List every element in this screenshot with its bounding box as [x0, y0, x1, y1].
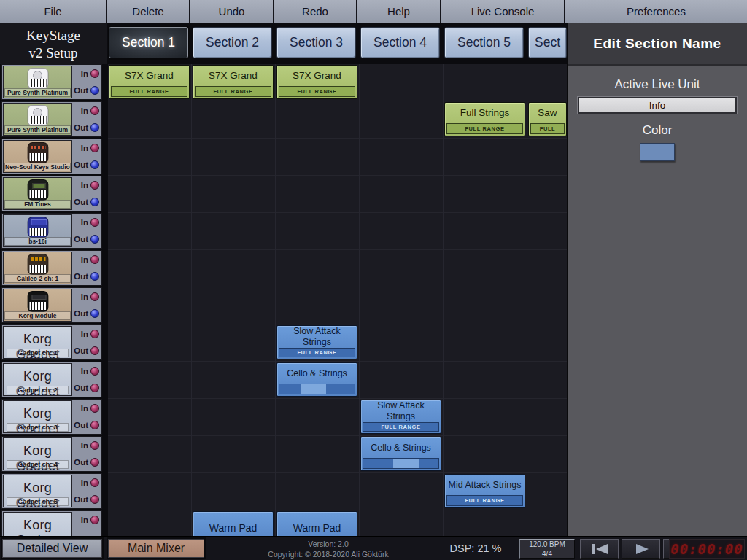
track-row[interactable]: Korg Gadget Gadget ch: 3 In Out: [1, 399, 102, 435]
track-name: Pure Synth Platinum: [4, 88, 71, 97]
io-indicators: In Out: [73, 437, 101, 471]
in-label: In: [81, 292, 88, 301]
korg-module-icon: [27, 291, 48, 312]
track-tile[interactable]: Korg Gadget: [3, 512, 72, 536]
galileo-2-icon: [27, 254, 48, 275]
track-tile[interactable]: Neo-Soul Keys Studio 2: [3, 140, 72, 173]
in-label: In: [81, 330, 88, 338]
midi-in-led: [90, 69, 99, 78]
grid-cell[interactable]: Warm Pad: [193, 511, 274, 536]
section-tabs: Section 1 Section 2 Section 3 Section 4 …: [108, 23, 567, 64]
section-color-swatch[interactable]: [640, 143, 675, 161]
version-text: Version: 2.0: [215, 539, 441, 549]
help-button[interactable]: Help: [357, 0, 441, 23]
file-button[interactable]: File: [0, 0, 107, 23]
out-label: Out: [74, 198, 88, 206]
neo-soul-keys-icon: [27, 142, 48, 163]
track-channel: Gadget ch: 3: [7, 423, 69, 432]
skip-to-start-button[interactable]: [580, 539, 619, 559]
grid-cell[interactable]: Slow Attack Strings FULL RANGE: [276, 325, 357, 359]
tab-section-6[interactable]: Sect: [528, 27, 567, 58]
io-indicators: In Out: [73, 65, 101, 99]
grid-cell[interactable]: S7X Grand FULL RANGE: [193, 65, 274, 99]
track-channel: Gadget ch: 5: [7, 497, 69, 506]
tab-section-4[interactable]: Section 4: [360, 27, 440, 58]
track-tile[interactable]: FM Tines: [3, 177, 72, 210]
midi-out-led: [90, 309, 99, 318]
track-tile[interactable]: Korg Gadget Gadget ch: 1: [3, 326, 72, 359]
track-row[interactable]: Pure Synth Platinum In Out: [1, 101, 102, 137]
live-console-button[interactable]: Live Console: [441, 0, 565, 23]
track-tile[interactable]: Korg Gadget Gadget ch: 5: [3, 475, 72, 508]
midi-out-led: [90, 160, 99, 169]
tab-section-2[interactable]: Section 2: [193, 27, 272, 58]
in-label: In: [81, 478, 88, 487]
track-row[interactable]: Korg Gadget Gadget ch: 4 In Out: [1, 436, 102, 472]
io-indicators: In Out: [73, 251, 101, 285]
track-row[interactable]: Korg Gadget Gadget ch: 1 In Out: [1, 324, 102, 360]
track-tile[interactable]: Korg Gadget Gadget ch: 2: [3, 363, 72, 396]
track-row[interactable]: Korg Gadget Gadget ch: 2 In Out: [1, 362, 102, 397]
detailed-view-button[interactable]: Detailed View: [2, 539, 102, 558]
track-row[interactable]: Pure Synth Platinum In Out: [1, 64, 102, 100]
track-row[interactable]: Korg Gadget In: [1, 510, 102, 536]
track-tile[interactable]: Korg Module: [3, 289, 72, 322]
key-range-badge: FULL: [530, 123, 565, 134]
track-name: Galileo 2 ch: 1: [4, 274, 71, 283]
track-row[interactable]: Korg Gadget Gadget ch: 5 In Out: [1, 473, 102, 509]
key-range-badge: FULL RANGE: [363, 422, 439, 432]
grid-cell[interactable]: S7X Grand FULL RANGE: [109, 65, 190, 99]
track-tile[interactable]: Korg Gadget Gadget ch: 4: [3, 438, 72, 470]
pure-synth-platinum-icon: [27, 68, 48, 89]
midi-out-led: [90, 346, 99, 355]
track-tile[interactable]: Galileo 2 ch: 1: [3, 252, 72, 284]
grid-cell[interactable]: Cello & Strings: [276, 362, 357, 397]
undo-button[interactable]: Undo: [190, 0, 274, 23]
grid-cell[interactable]: Cello & Strings: [360, 437, 441, 471]
midi-out-led: [90, 421, 99, 429]
track-tile[interactable]: Pure Synth Platinum: [3, 66, 72, 98]
track-row[interactable]: FM Tines In Out: [1, 176, 102, 211]
track-row[interactable]: Galileo 2 ch: 1 In Out: [1, 250, 102, 286]
delete-button[interactable]: Delete: [107, 0, 190, 23]
track-name: Korg Gadget: [4, 518, 71, 536]
main-mixer-button[interactable]: Main Mixer: [108, 539, 204, 558]
midi-out-led: [90, 123, 99, 132]
midi-in-led: [90, 330, 99, 338]
panel-title: Edit Section Name: [568, 23, 747, 66]
preferences-button[interactable]: Preferences: [565, 0, 747, 23]
key-range-badge: FULL RANGE: [111, 86, 187, 97]
track-tile[interactable]: Korg Gadget Gadget ch: 3: [3, 400, 72, 433]
redo-button[interactable]: Redo: [274, 0, 357, 23]
track-channel: Gadget ch: 4: [7, 460, 69, 469]
io-indicators: In Out: [73, 139, 101, 174]
play-button[interactable]: [622, 539, 660, 559]
out-label: Out: [74, 384, 88, 392]
tab-section-5[interactable]: Section 5: [444, 27, 524, 58]
track-name: Pure Synth Platinum: [4, 125, 71, 134]
in-label: In: [81, 367, 88, 376]
io-indicators: In Out: [73, 474, 101, 508]
grid-cell[interactable]: Saw FULL: [528, 102, 567, 136]
info-button[interactable]: Info: [579, 98, 735, 112]
key-range-badge: FULL RANGE: [279, 348, 355, 358]
info-button-frame: Info: [578, 97, 737, 114]
grid-cell[interactable]: Full Strings FULL RANGE: [444, 102, 525, 136]
track-row[interactable]: Neo-Soul Keys Studio 2 In Out: [1, 139, 102, 174]
track-tile[interactable]: Pure Synth Platinum: [3, 103, 72, 136]
grid-cell[interactable]: Warm Pad: [276, 511, 357, 536]
cell-label: Slow Attack Strings: [277, 326, 357, 348]
grid-cell[interactable]: S7X Grand FULL RANGE: [276, 65, 357, 99]
track-tile[interactable]: bs-16i: [3, 214, 72, 247]
bpm-display[interactable]: 120.0 BPM 4/4: [519, 539, 575, 559]
midi-out-led: [90, 272, 99, 281]
grid-cell[interactable]: Slow Attack Strings FULL RANGE: [360, 400, 441, 434]
track-row[interactable]: bs-16i In Out: [1, 213, 102, 249]
tab-section-3[interactable]: Section 3: [276, 27, 356, 58]
out-label: Out: [74, 421, 88, 429]
track-row[interactable]: Korg Module In Out: [1, 287, 102, 323]
tab-section-1[interactable]: Section 1: [109, 27, 188, 58]
grid-cell[interactable]: Mid Attack Strings FULL RANGE: [444, 474, 525, 508]
track-name: Neo-Soul Keys Studio 2: [4, 163, 71, 171]
app-title-line1: KeyStage: [0, 27, 107, 44]
